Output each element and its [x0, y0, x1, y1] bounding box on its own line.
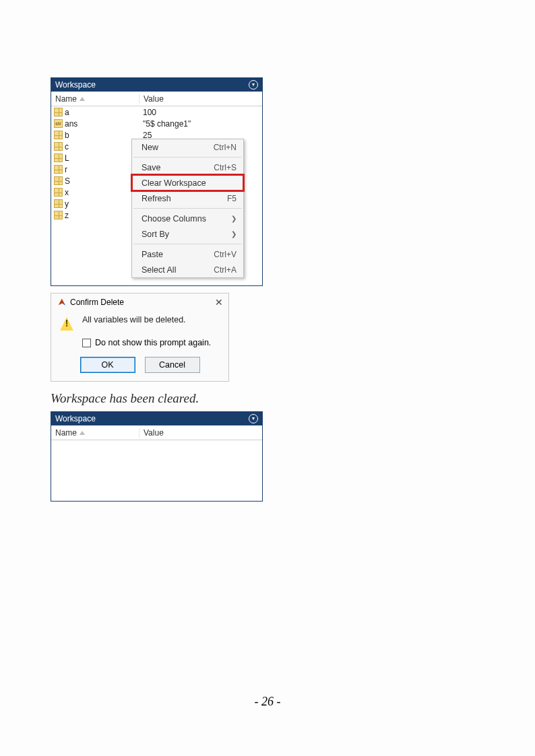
- ctx-selall-label: Select All: [141, 265, 214, 275]
- separator: [133, 157, 242, 158]
- ctx-new[interactable]: New Ctrl+N: [132, 139, 243, 155]
- sort-ascending-icon: [80, 431, 85, 435]
- ctx-new-label: New: [141, 143, 214, 152]
- col-header-value[interactable]: Value: [139, 428, 262, 438]
- numeric-var-icon: [54, 131, 63, 139]
- numeric-var-icon: [54, 108, 63, 116]
- variable-name: c: [65, 142, 69, 151]
- variable-name: ans: [65, 119, 77, 129]
- string-var-icon: str: [54, 119, 63, 128]
- ctx-refresh-shortcut: F5: [227, 194, 237, 203]
- ctx-sort-by[interactable]: Sort By ❯: [132, 226, 243, 242]
- separator: [133, 208, 242, 209]
- caption-text: Workspace has been cleared.: [51, 391, 484, 406]
- numeric-var-icon: [54, 199, 63, 208]
- dialog-titlebar: Confirm Delete ✕: [51, 294, 228, 311]
- panel-titlebar: Workspace ▾: [51, 78, 262, 92]
- matlab-logo-icon: [57, 298, 66, 307]
- confirm-delete-dialog: Confirm Delete ✕ All variables will be d…: [51, 293, 229, 382]
- sort-ascending-icon: [80, 97, 85, 101]
- panel-menu-icon[interactable]: ▾: [249, 80, 258, 90]
- ctx-save-shortcut: Ctrl+S: [214, 163, 237, 172]
- ctx-cols-label: Choose Columns: [141, 214, 231, 224]
- panel-titlebar: Workspace ▾: [51, 412, 262, 425]
- variable-name: b: [65, 131, 69, 140]
- workspace-empty-body: [51, 440, 262, 501]
- variable-name: a: [65, 108, 69, 117]
- variable-name: x: [65, 188, 69, 197]
- ok-label: OK: [101, 360, 113, 370]
- numeric-var-icon: [54, 188, 63, 197]
- ctx-save[interactable]: Save Ctrl+S: [132, 160, 243, 175]
- workspace-columns-header: Name Value: [51, 92, 262, 106]
- dont-show-checkbox[interactable]: [82, 339, 91, 347]
- ctx-paste-shortcut: Ctrl+V: [214, 250, 237, 259]
- numeric-var-icon: [54, 142, 63, 151]
- ctx-clear-workspace[interactable]: Clear Workspace: [132, 175, 243, 191]
- ctx-sort-label: Sort By: [141, 230, 231, 239]
- warning-icon: [59, 316, 74, 331]
- cancel-label: Cancel: [159, 360, 185, 370]
- numeric-var-icon: [54, 176, 63, 185]
- col-value-label: Value: [144, 428, 164, 438]
- variable-name: S: [65, 176, 70, 186]
- variable-value: 100: [139, 108, 262, 117]
- numeric-var-icon: [54, 153, 63, 162]
- panel-menu-icon[interactable]: ▾: [249, 414, 258, 423]
- col-header-name[interactable]: Name: [51, 94, 139, 104]
- chevron-right-icon: ❯: [231, 230, 237, 238]
- close-icon[interactable]: ✕: [215, 297, 223, 308]
- context-menu: New Ctrl+N Save Ctrl+S Clear Workspace R…: [131, 139, 244, 278]
- col-header-name[interactable]: Name: [51, 428, 139, 438]
- chevron-right-icon: ❯: [231, 215, 237, 222]
- ctx-refresh-label: Refresh: [141, 194, 227, 203]
- page-number: - 26 -: [0, 695, 535, 709]
- panel-title: Workspace: [55, 80, 96, 90]
- cancel-button[interactable]: Cancel: [145, 357, 200, 373]
- ctx-refresh[interactable]: Refresh F5: [132, 191, 243, 206]
- numeric-var-icon: [54, 165, 63, 174]
- ctx-paste[interactable]: Paste Ctrl+V: [132, 246, 243, 262]
- ctx-new-shortcut: Ctrl+N: [214, 143, 237, 152]
- ctx-paste-label: Paste: [141, 250, 214, 259]
- ctx-clear-label: Clear Workspace: [141, 178, 237, 188]
- numeric-var-icon: [54, 211, 63, 219]
- ctx-select-all[interactable]: Select All Ctrl+A: [132, 262, 243, 277]
- col-header-value[interactable]: Value: [139, 94, 262, 104]
- ok-button[interactable]: OK: [80, 357, 135, 373]
- ctx-selall-shortcut: Ctrl+A: [214, 265, 237, 275]
- variable-row[interactable]: strans"5$ change1": [51, 118, 262, 129]
- variable-value: "5$ change1": [139, 119, 262, 129]
- variable-row[interactable]: a100: [51, 106, 262, 118]
- separator: [133, 244, 242, 244]
- variable-name: L: [65, 153, 69, 163]
- dont-show-label: Do not show this prompt again.: [95, 338, 211, 347]
- variable-name: y: [65, 199, 69, 209]
- col-name-label: Name: [55, 94, 77, 104]
- panel-title: Workspace: [55, 414, 96, 423]
- col-value-label: Value: [144, 94, 164, 104]
- workspace-panel-2: Workspace ▾ Name Value: [51, 411, 263, 502]
- variable-name: r: [65, 165, 67, 174]
- ctx-save-label: Save: [141, 163, 214, 172]
- dialog-title: Confirm Delete: [70, 298, 124, 307]
- workspace-columns-header: Name Value: [51, 425, 262, 440]
- col-name-label: Name: [55, 428, 77, 438]
- variable-name: z: [65, 211, 69, 220]
- ctx-choose-columns[interactable]: Choose Columns ❯: [132, 211, 243, 226]
- dialog-message: All variables will be deleted.: [82, 315, 186, 324]
